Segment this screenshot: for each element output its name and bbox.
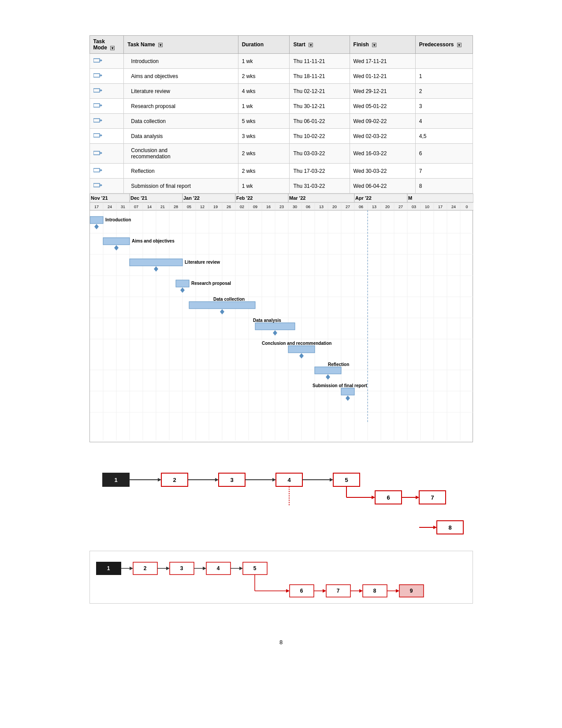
task-mode-icon (93, 87, 102, 93)
task-name-text: Reflection (131, 168, 154, 174)
predecessors-cell (415, 54, 473, 69)
svg-text:30: 30 (292, 205, 297, 209)
start-cell: Thu 31-03-22 (290, 179, 350, 194)
table-row: Data collection5 wksThu 06-01-22Wed 09-0… (89, 114, 473, 129)
svg-text:Feb '22: Feb '22 (236, 195, 253, 201)
table-row: Literature review4 wksThu 02-12-21Wed 29… (89, 84, 473, 99)
duration-cell: 1 wk (238, 99, 290, 114)
finish-cell: Wed 09-02-22 (350, 114, 415, 129)
svg-marker-115 (130, 567, 133, 570)
th-task-name: Task Name ▼ (124, 36, 238, 54)
svg-rect-6 (93, 89, 100, 92)
th-predecessors: Predecessors ▼ (415, 36, 473, 54)
svg-rect-12 (93, 119, 100, 122)
svg-text:13: 13 (319, 205, 323, 209)
sort-finish-icon[interactable]: ▼ (372, 43, 376, 47)
bar-9 (341, 388, 354, 395)
task-name-text: Data analysis (131, 133, 163, 139)
svg-text:31: 31 (120, 205, 125, 209)
bar-arrow-3 (154, 266, 158, 272)
gantt-table: TaskMode ▼ Task Name ▼ Duration Start ▼ … (89, 35, 473, 194)
finish-cell: Wed 16-03-22 (350, 144, 415, 164)
svg-marker-8 (100, 89, 102, 92)
finish-cell: Wed 29-12-21 (350, 84, 415, 99)
network-svg-proper: 1 2 3 4 5 (90, 558, 473, 606)
svg-text:05: 05 (186, 205, 191, 209)
th-task-mode: TaskMode ▼ (89, 36, 124, 54)
bar-label-2: Aims and objectives (132, 239, 175, 243)
task-mode-icon (93, 102, 102, 108)
task-mode-icon (93, 182, 102, 188)
predecessors-cell: 4,5 (415, 129, 473, 144)
svg-text:24: 24 (451, 205, 455, 209)
svg-marker-23 (100, 169, 102, 172)
task-name-text: Research proposal (131, 103, 175, 109)
arrowhead-6-7 (416, 496, 419, 499)
svg-text:27: 27 (398, 205, 402, 209)
task-name-text: Introduction (131, 58, 159, 64)
table-row: Reflection2 wksThu 17-03-22Wed 30-03-227 (89, 164, 473, 179)
svg-marker-127 (239, 567, 243, 570)
task-name-text: Conclusion and (131, 147, 167, 153)
duration-cell: 2 wks (238, 69, 290, 84)
network-diagram-svg: 1 2 3 4 5 (89, 464, 473, 522)
table-row: Conclusion andrecommendation2 wksThu 03-… (89, 144, 473, 164)
page-number: 8 (279, 639, 283, 646)
task-mode-cell (89, 179, 124, 194)
task-name-text: Aims and objectives (131, 73, 178, 79)
bar-arrow-9 (346, 396, 350, 401)
svg-text:Dec '21: Dec '21 (130, 195, 147, 201)
gantt-section: TaskMode ▼ Task Name ▼ Duration Start ▼ … (26, 35, 536, 442)
bar-label-1: Introduction (105, 217, 131, 222)
svg-rect-3 (93, 74, 100, 77)
svg-marker-11 (100, 104, 102, 107)
task-mode-icon (93, 117, 102, 123)
duration-cell: 1 wk (238, 54, 290, 69)
svg-rect-0 (93, 59, 100, 62)
svg-text:13: 13 (372, 205, 376, 209)
svg-marker-26 (100, 184, 102, 187)
svg-text:23: 23 (279, 205, 283, 209)
svg-text:Nov '21: Nov '21 (91, 195, 108, 201)
sort-pred-icon[interactable]: ▼ (457, 43, 462, 47)
start-cell: Thu 06-01-22 (290, 114, 350, 129)
svg-text:9: 9 (409, 588, 413, 594)
finish-cell: Wed 05-01-22 (350, 99, 415, 114)
svg-text:14: 14 (147, 205, 151, 209)
svg-text:Jan '22: Jan '22 (183, 195, 200, 201)
duration-cell: 4 wks (238, 84, 290, 99)
sort-taskmode-icon[interactable]: ▼ (110, 46, 115, 50)
task-mode-cell (89, 129, 124, 144)
svg-text:26: 26 (226, 205, 231, 209)
table-row: Research proposal1 wkThu 30-12-21Wed 05-… (89, 99, 473, 114)
bar-6 (255, 323, 295, 330)
th-duration: Duration (238, 36, 290, 54)
task-mode-cell (89, 54, 124, 69)
predecessors-cell: 4 (415, 114, 473, 129)
sort-start-icon[interactable]: ▼ (309, 43, 313, 47)
task-mode-icon (93, 72, 102, 78)
svg-marker-132 (286, 589, 290, 593)
bar-3 (130, 259, 182, 266)
arrowhead-4-5 (330, 478, 333, 482)
task-name-cell: Literature review (124, 84, 238, 99)
bar-arrow-2 (114, 245, 119, 250)
node-1-label: 1 (114, 477, 117, 483)
svg-text:09: 09 (253, 205, 257, 209)
node-3-label: 3 (230, 477, 233, 483)
task-name-text: Literature review (131, 88, 170, 94)
sort-taskname-icon[interactable]: ▼ (158, 43, 163, 47)
bar-label-4: Research proposal (191, 281, 231, 286)
svg-text:Apr '22: Apr '22 (355, 195, 372, 201)
predecessors-cell: 7 (415, 164, 473, 179)
svg-text:3: 3 (180, 565, 183, 571)
svg-rect-21 (93, 168, 100, 172)
task-name-cell: Reflection (124, 164, 238, 179)
table-row: Data analysis3 wksThu 10-02-22Wed 02-03-… (89, 129, 473, 144)
predecessors-cell: 1 (415, 69, 473, 84)
table-row: Introduction1 wkThu 11-11-21Wed 17-11-21 (89, 54, 473, 69)
svg-text:12: 12 (200, 205, 204, 209)
svg-text:27: 27 (345, 205, 350, 209)
predecessors-cell: 8 (415, 179, 473, 194)
arrowhead-2-3 (215, 478, 219, 482)
